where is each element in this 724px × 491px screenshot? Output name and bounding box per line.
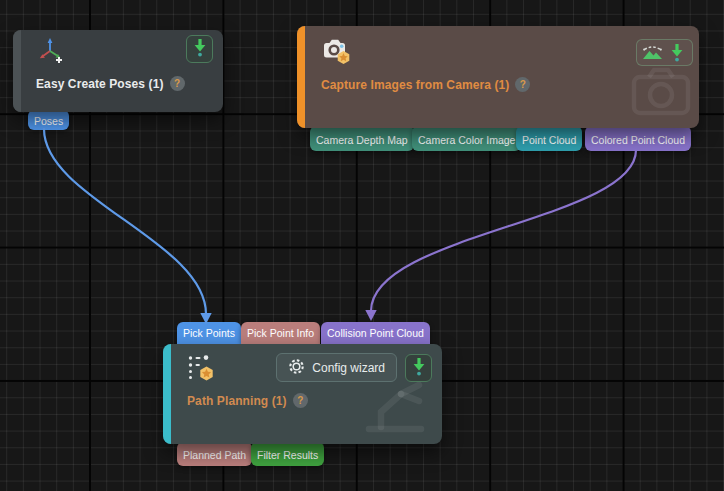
help-badge[interactable]: ?	[293, 393, 308, 408]
output-port-point-cloud[interactable]: Point Cloud	[516, 126, 582, 151]
output-port-camera-color-image[interactable]: Camera Color Image	[412, 126, 521, 151]
node-graph-canvas[interactable]: Poses Camera Depth Map Camera Color Imag…	[0, 0, 724, 491]
output-port-colored-point-cloud[interactable]: Colored Point Cloud	[585, 126, 691, 151]
node-accent-bar	[297, 26, 305, 128]
input-port-pick-point-info[interactable]: Pick Point Info	[241, 322, 320, 344]
download-button[interactable]	[405, 354, 432, 382]
output-port-filter-results[interactable]: Filter Results	[251, 442, 324, 466]
node-accent-bar	[163, 344, 171, 444]
node-toolbar	[636, 39, 693, 66]
download-button[interactable]	[186, 35, 213, 63]
config-wizard-label: Config wizard	[312, 361, 385, 375]
config-wizard-button[interactable]: Config wizard	[276, 353, 397, 382]
node-title: Path Planning (1)	[187, 394, 287, 408]
camera-watermark-icon	[629, 64, 693, 122]
image-preview-icon[interactable]	[641, 44, 663, 61]
node-toolbar: Config wizard	[276, 353, 432, 382]
node-title: Easy Create Poses (1)	[36, 77, 164, 91]
node-capture-images-from-camera[interactable]: Capture Images from Camera (1) ?	[297, 26, 699, 128]
node-path-planning[interactable]: Config wizard Path Planning (1) ?	[163, 344, 442, 444]
output-port-poses[interactable]: Poses	[28, 110, 69, 130]
output-port-planned-path[interactable]: Planned Path	[177, 442, 252, 466]
node-accent-bar	[13, 30, 21, 112]
axes-3d-icon	[37, 36, 63, 68]
star-badge-icon	[200, 367, 212, 381]
download-arrow-icon	[412, 357, 426, 379]
dotted-path-icon	[186, 353, 216, 387]
download-icon[interactable]	[666, 43, 688, 62]
help-badge[interactable]: ?	[515, 77, 530, 92]
output-port-camera-depth-map[interactable]: Camera Depth Map	[310, 126, 414, 151]
gear-icon	[288, 358, 305, 378]
input-port-collision-point-cloud[interactable]: Collision Point Cloud	[321, 322, 430, 344]
download-arrow-icon	[193, 38, 207, 60]
robot-arm-watermark-icon	[361, 380, 433, 438]
camera-icon	[321, 35, 352, 70]
help-badge[interactable]: ?	[170, 76, 185, 91]
edge-arrowhead-collision-point-cloud	[365, 310, 376, 321]
edge-poses-to-pick-points[interactable]	[44, 129, 206, 314]
edge-colored-point-cloud-to-collision-point-cloud[interactable]	[371, 150, 636, 311]
input-port-pick-points[interactable]: Pick Points	[177, 322, 241, 344]
node-title: Capture Images from Camera (1)	[321, 78, 509, 92]
node-easy-create-poses[interactable]: Easy Create Poses (1) ?	[13, 30, 223, 112]
